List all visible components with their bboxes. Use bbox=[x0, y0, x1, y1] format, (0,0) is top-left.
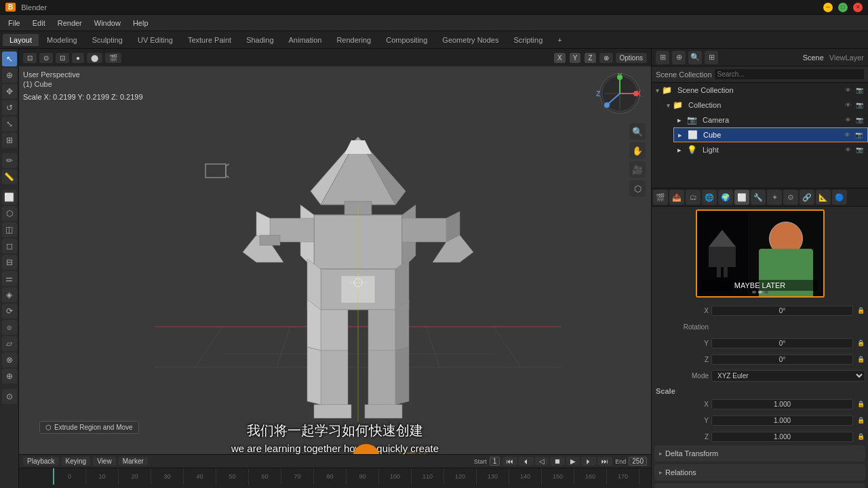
play-btn[interactable]: ▶ bbox=[566, 457, 580, 466]
menu-edit[interactable]: Edit bbox=[27, 18, 51, 28]
tab-animation[interactable]: Animation bbox=[282, 34, 329, 46]
cursor-tool-btn[interactable]: ⊕ bbox=[2, 68, 17, 83]
cube-visibility-btn[interactable]: 👁 bbox=[842, 130, 852, 140]
rotate-tool-btn[interactable]: ↺ bbox=[2, 100, 17, 115]
rp-sort-btn[interactable]: ⊞ bbox=[705, 51, 718, 64]
push-pull-btn[interactable]: ⊕ bbox=[2, 369, 17, 384]
rotation-z-value[interactable]: 0° bbox=[711, 354, 853, 365]
bevel-btn[interactable]: ◻ bbox=[2, 239, 17, 253]
prop-tab-modifier[interactable]: 🔧 bbox=[751, 190, 766, 205]
rotation-x-value[interactable]: 0° bbox=[711, 306, 853, 316]
end-frame[interactable]: 250 bbox=[629, 457, 647, 466]
outliner-search[interactable] bbox=[715, 69, 864, 79]
viewport-gizmo[interactable]: X Y Z bbox=[599, 73, 643, 117]
tab-sculpting[interactable]: Sculpting bbox=[85, 34, 130, 46]
prop-tab-scene[interactable]: 🌐 bbox=[702, 190, 717, 205]
menu-help[interactable]: Help bbox=[127, 18, 154, 28]
prop-tab-data[interactable]: 📐 bbox=[816, 190, 831, 205]
outliner-light[interactable]: ▸ 💡 Light 👁 📷 bbox=[673, 142, 868, 157]
skip-end-btn[interactable]: ⏭ bbox=[597, 457, 612, 466]
scale-x-lock[interactable]: 🔒 bbox=[856, 399, 865, 409]
axis-z-btn[interactable]: Z bbox=[585, 53, 595, 63]
axis-x-btn[interactable]: X bbox=[554, 53, 566, 63]
prop-tab-physics[interactable]: ⚙ bbox=[783, 190, 798, 205]
hand-pan-btn[interactable]: ✋ bbox=[629, 142, 646, 159]
axis-y-btn[interactable]: Y bbox=[570, 53, 581, 63]
poly-build-btn[interactable]: ◈ bbox=[2, 287, 17, 302]
delta-transform-header[interactable]: ▸ Delta Transform bbox=[655, 446, 865, 461]
inset-btn[interactable]: ◫ bbox=[2, 222, 17, 237]
scale-x-value[interactable]: 1.000 bbox=[711, 399, 853, 409]
gizmo-circle[interactable]: X Y Z bbox=[599, 73, 640, 114]
select-tool-btn[interactable]: ↖ bbox=[2, 52, 17, 66]
keying-menu[interactable]: Keying bbox=[62, 457, 91, 466]
viewport-3d[interactable]: ⊡ ⊙ ⊡ ● ⬤ 🎬 X Y Z ⊕ Options Scale X: 0.2… bbox=[19, 49, 651, 488]
rotation-z-lock[interactable]: 🔒 bbox=[856, 354, 865, 364]
outliner-collection[interactable]: ▾ 📁 Collection 👁 📷 bbox=[663, 98, 868, 113]
timeline-ruler[interactable]: 0 10 20 30 40 50 60 70 80 90 100 110 120… bbox=[19, 468, 651, 485]
add-cube-btn[interactable]: ⬜ bbox=[2, 190, 17, 205]
cube-render-btn[interactable]: 📷 bbox=[854, 130, 863, 140]
tab-add[interactable]: + bbox=[551, 34, 568, 46]
transform-tool-btn[interactable]: ⊞ bbox=[2, 133, 17, 148]
rotation-y-value[interactable]: 0° bbox=[711, 338, 853, 348]
rp-editor-type-btn[interactable]: ⊞ bbox=[656, 51, 669, 64]
scale-y-lock[interactable]: 🔒 bbox=[856, 415, 865, 425]
prop-tab-object[interactable]: ⬜ bbox=[734, 190, 749, 205]
tab-uv-editing[interactable]: UV Editing bbox=[131, 34, 180, 46]
stop-btn[interactable]: ⏹ bbox=[550, 457, 565, 466]
rp-search-btn[interactable]: 🔍 bbox=[688, 51, 702, 64]
move-mode-btn[interactable]: ⊙ bbox=[2, 389, 17, 404]
spin-btn[interactable]: ⟳ bbox=[2, 304, 17, 319]
menu-window[interactable]: Window bbox=[89, 18, 126, 28]
start-frame[interactable]: 1 bbox=[490, 457, 500, 466]
tab-shading[interactable]: Shading bbox=[239, 34, 280, 46]
menu-file[interactable]: File bbox=[3, 18, 26, 28]
gizmo-y-label[interactable]: Y bbox=[618, 73, 623, 80]
sc-visibility-btn[interactable]: 👁 bbox=[843, 85, 852, 95]
view-menu[interactable]: View bbox=[93, 457, 116, 466]
skip-start-btn[interactable]: ⏮ bbox=[502, 457, 517, 466]
minimize-button[interactable]: ─ bbox=[823, 3, 833, 12]
prop-tab-constraints[interactable]: 🔗 bbox=[800, 190, 814, 205]
camera-view-btn[interactable]: 🎥 bbox=[629, 161, 646, 178]
prop-tab-world[interactable]: 🌍 bbox=[718, 190, 733, 205]
extrude-region-button[interactable]: ⬡ Extrude Region and Move bbox=[39, 421, 139, 434]
tab-modeling[interactable]: Modeling bbox=[40, 34, 84, 46]
tab-geometry-nodes[interactable]: Geometry Nodes bbox=[435, 34, 505, 46]
perspective-btn[interactable]: ⬡ bbox=[629, 180, 646, 197]
scale-tool-btn[interactable]: ⤡ bbox=[2, 117, 17, 131]
prop-tab-view-layer[interactable]: 🗂 bbox=[686, 190, 701, 205]
tab-texture-paint[interactable]: Texture Paint bbox=[181, 34, 238, 46]
tab-rendering[interactable]: Rendering bbox=[330, 34, 378, 46]
measure-tool-btn[interactable]: 📏 bbox=[2, 169, 17, 184]
light-render-btn[interactable]: 📷 bbox=[854, 145, 864, 155]
extrude-btn-tool[interactable]: ⬡ bbox=[2, 206, 17, 221]
rotation-x-lock[interactable]: 🔒 bbox=[856, 306, 865, 315]
tab-scripting[interactable]: Scripting bbox=[507, 34, 549, 46]
sc-render-btn[interactable]: 📷 bbox=[854, 85, 864, 95]
step-back-btn[interactable]: ⏴ bbox=[519, 457, 534, 466]
viewport-solid-btn[interactable]: ● bbox=[72, 53, 84, 63]
rotation-mode-select[interactable]: XYZ Euler bbox=[711, 370, 865, 382]
rotation-y-lock[interactable]: 🔒 bbox=[856, 338, 865, 348]
tab-compositing[interactable]: Compositing bbox=[379, 34, 434, 46]
tab-layout[interactable]: Layout bbox=[3, 34, 39, 46]
viewport-material-btn[interactable]: ⬤ bbox=[87, 53, 102, 63]
close-button[interactable]: ✕ bbox=[853, 3, 863, 12]
prop-tab-render[interactable]: 🎬 bbox=[653, 190, 668, 205]
scale-z-value[interactable]: 1.000 bbox=[711, 432, 853, 442]
relations-header[interactable]: ▸ Relations bbox=[655, 465, 865, 480]
global-local-btn[interactable]: ⊕ bbox=[599, 53, 613, 63]
maximize-button[interactable]: □ bbox=[838, 3, 848, 12]
collections-header[interactable]: ▸ Collections bbox=[655, 484, 865, 488]
prop-tab-material[interactable]: 🔵 bbox=[832, 190, 847, 205]
marker-menu[interactable]: Marker bbox=[119, 457, 148, 466]
viewport-render-btn[interactable]: 🎬 bbox=[105, 53, 121, 63]
shrink-btn[interactable]: ⊗ bbox=[2, 352, 17, 367]
col-render-btn[interactable]: 📷 bbox=[854, 100, 864, 110]
cam-render-btn[interactable]: 📷 bbox=[854, 115, 864, 125]
rp-filter-btn[interactable]: ⊕ bbox=[672, 51, 686, 64]
outliner-scene-collection[interactable]: ▾ 📁 Scene Collection 👁 📷 bbox=[652, 83, 868, 98]
prop-tab-output[interactable]: 📤 bbox=[669, 190, 684, 205]
